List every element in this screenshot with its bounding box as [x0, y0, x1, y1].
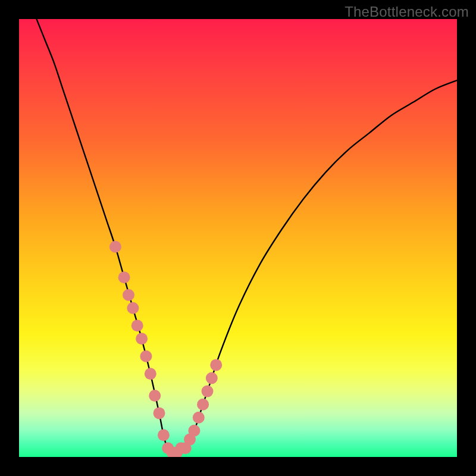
marker-dot [158, 429, 170, 441]
plot-area [19, 19, 457, 457]
marker-dot [193, 412, 205, 424]
marker-dot [136, 333, 148, 345]
marker-group [109, 241, 222, 457]
marker-dot [154, 407, 165, 419]
chart-frame: TheBottleneck.com [0, 0, 476, 476]
chart-svg [19, 19, 457, 457]
marker-dot [127, 302, 139, 314]
marker-dot [210, 359, 222, 371]
marker-dot [140, 350, 152, 362]
curve-line [36, 19, 457, 453]
watermark-text: TheBottleneck.com [345, 4, 469, 20]
marker-dot [145, 368, 156, 380]
marker-dot [206, 372, 218, 384]
marker-dot [149, 390, 161, 402]
marker-dot [118, 271, 130, 283]
marker-dot [131, 320, 143, 331]
marker-dot [123, 289, 134, 301]
marker-dot [197, 399, 209, 411]
marker-dot [188, 425, 200, 437]
marker-dot [109, 241, 121, 253]
marker-dot [202, 386, 214, 397]
